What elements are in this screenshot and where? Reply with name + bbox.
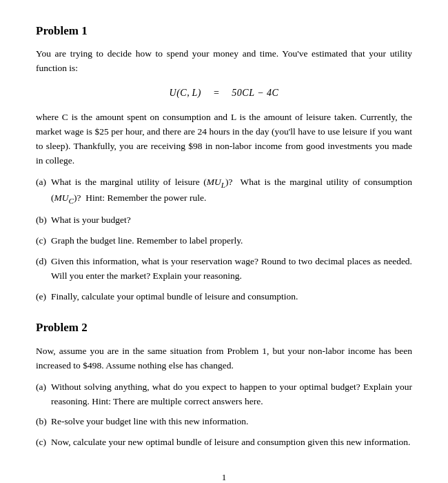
eq-equals: =	[211, 86, 222, 101]
problem2-title: Problem 2	[36, 319, 412, 337]
p2-part-a-text: Without solving anything, what do you ex…	[51, 380, 412, 409]
problem1-parts: (a) What is the marginal utility of leis…	[36, 175, 412, 304]
problem2-parts: (a) Without solving anything, what do yo…	[36, 380, 412, 451]
p2-part-b-text: Re-solve your budget line with this new …	[51, 415, 412, 429]
problem1-intro: You are trying to decide how to spend yo…	[36, 47, 412, 76]
eq-right: 50CL − 4C	[232, 86, 278, 101]
eq-left: U(C, L)	[170, 86, 201, 101]
page-number: 1	[36, 471, 412, 483]
problem1-part-a: (a) What is the marginal utility of leis…	[36, 175, 412, 207]
part-b-text: What is your budget?	[51, 213, 412, 228]
problem1-part-b: (b) What is your budget?	[36, 213, 412, 228]
problem2-part-c: (c) Now, calculate your new optimal bund…	[36, 435, 412, 450]
part-a-label: (a)	[36, 175, 51, 190]
part-d-label: (d)	[36, 255, 51, 269]
part-e-text: Finally, calculate your optimal bundle o…	[51, 290, 412, 304]
p2-part-c-text: Now, calculate your new optimal bundle o…	[51, 435, 412, 450]
p2-part-c-label: (c)	[36, 435, 51, 450]
p2-part-b-label: (b)	[36, 415, 51, 429]
problem2-part-a: (a) Without solving anything, what do yo…	[36, 380, 412, 409]
problem2-intro: Now, assume you are in the same situatio…	[36, 344, 412, 373]
part-d-text: Given this information, what is your res…	[51, 255, 412, 284]
problem1-description: where C is the amount spent on consumpti…	[36, 110, 412, 168]
part-c-text: Graph the budget line. Remember to label…	[51, 234, 412, 248]
p2-part-a-label: (a)	[36, 380, 51, 395]
problem2-part-b: (b) Re-solve your budget line with this …	[36, 415, 412, 429]
problem1-title: Problem 1	[36, 22, 412, 40]
part-e-label: (e)	[36, 290, 51, 304]
equation-block: U(C, L) = 50CL − 4C	[36, 86, 412, 101]
part-a-text: What is the marginal utility of leisure …	[51, 175, 412, 207]
part-b-label: (b)	[36, 213, 51, 228]
problem1-part-d: (d) Given this information, what is your…	[36, 255, 412, 284]
problem1-part-e: (e) Finally, calculate your optimal bund…	[36, 290, 412, 304]
problem1-part-c: (c) Graph the budget line. Remember to l…	[36, 234, 412, 248]
part-c-label: (c)	[36, 234, 51, 248]
